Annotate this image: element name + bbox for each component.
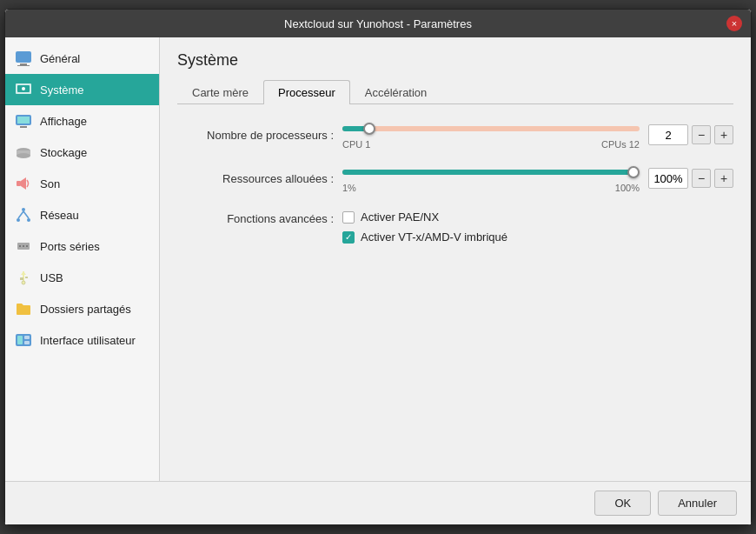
sidebar: Général Système Affichage Stockage — [5, 37, 160, 481]
nb-processeurs-slider-section: CPU 1 CPUs 12 — [342, 120, 640, 150]
ports-icon — [14, 237, 33, 256]
slider-min-label-res: 1% — [342, 183, 356, 193]
sidebar-item-reseau[interactable]: Réseau — [5, 199, 159, 230]
tab-carte-mere[interactable]: Carte mère — [177, 80, 263, 104]
interface-icon — [14, 330, 33, 350]
fonctions-avancees-row: Fonctions avancées : Activer PAE/NX Acti… — [177, 210, 733, 244]
slider-thumb-nb[interactable] — [363, 123, 375, 135]
svg-rect-8 — [20, 126, 27, 128]
svg-marker-13 — [21, 177, 26, 190]
nb-processeurs-increment[interactable]: + — [714, 125, 733, 144]
dossiers-icon — [14, 299, 33, 318]
close-button[interactable]: × — [726, 16, 742, 31]
stockage-icon — [14, 143, 33, 162]
svg-point-11 — [17, 153, 30, 158]
system-icon — [14, 80, 33, 99]
nb-processeurs-slider[interactable] — [342, 120, 640, 137]
sidebar-label-dossiers: Dossiers partagés — [40, 303, 131, 316]
footer: OK Annuler — [5, 481, 751, 524]
svg-point-22 — [26, 245, 28, 247]
sidebar-label-reseau: Réseau — [40, 209, 79, 222]
slider-bg-nb — [342, 126, 640, 131]
sidebar-label-system: Système — [40, 83, 84, 97]
sidebar-item-system[interactable]: Système — [5, 74, 159, 105]
nb-processeurs-row: Nombre de processeurs : CPU 1 CPUs 12 2 … — [177, 120, 733, 150]
reseau-icon — [14, 205, 33, 224]
ok-button[interactable]: OK — [594, 491, 651, 516]
ressources-label: Ressources allouées : — [177, 172, 342, 185]
nb-processeurs-slider-labels: CPU 1 CPUs 12 — [342, 139, 640, 150]
fonctions-avancees-checkboxes: Activer PAE/NX Activer VT-x/AMD-V imbriq… — [342, 210, 507, 244]
sidebar-label-affichage: Affichage — [40, 115, 87, 128]
sidebar-label-general: Général — [40, 52, 80, 65]
son-icon — [14, 174, 33, 193]
slider-min-label-nb: CPU 1 — [342, 139, 370, 150]
svg-rect-1 — [20, 63, 27, 65]
sidebar-item-general[interactable]: Général — [5, 43, 159, 74]
svg-rect-0 — [16, 51, 31, 63]
svg-rect-25 — [20, 277, 23, 280]
svg-rect-7 — [17, 117, 30, 123]
sidebar-item-affichage[interactable]: Affichage — [5, 105, 159, 137]
tabs-bar: Carte mère Processeur Accélération — [177, 80, 733, 104]
sidebar-item-son[interactable]: Son — [5, 168, 159, 199]
sidebar-item-stockage[interactable]: Stockage — [5, 137, 159, 168]
svg-rect-26 — [25, 277, 28, 278]
nb-processeurs-decrement[interactable]: − — [692, 125, 711, 144]
svg-rect-2 — [17, 65, 30, 66]
ressources-increment[interactable]: + — [714, 169, 733, 188]
slider-thumb-res[interactable] — [627, 166, 640, 178]
close-icon: × — [732, 18, 737, 29]
svg-point-21 — [23, 245, 24, 247]
tab-processeur[interactable]: Processeur — [263, 80, 350, 104]
ressources-value-control: 100% − + — [648, 168, 733, 189]
fonctions-avancees-label: Fonctions avancées : — [177, 210, 342, 225]
svg-line-18 — [23, 211, 29, 218]
ressources-slider-labels: 1% 100% — [342, 183, 640, 193]
checkbox-pae-row: Activer PAE/NX — [342, 210, 507, 224]
nb-processeurs-value[interactable]: 2 — [648, 124, 688, 145]
svg-point-14 — [22, 208, 25, 211]
sidebar-label-interface: Interface utilisateur — [40, 334, 136, 347]
title-bar: Nextcloud sur Yunohost - Paramètres × — [5, 10, 751, 37]
ressources-value[interactable]: 100% — [648, 168, 688, 189]
svg-rect-31 — [24, 341, 30, 344]
affichage-icon — [14, 111, 33, 130]
sidebar-item-ports[interactable]: Ports séries — [5, 230, 159, 262]
checkbox-pae[interactable] — [342, 211, 355, 224]
ressources-row: Ressources allouées : 1% 100% 100% − — [177, 164, 733, 193]
svg-marker-24 — [21, 271, 26, 275]
tab-acceleration[interactable]: Accélération — [350, 80, 442, 104]
svg-point-27 — [22, 281, 25, 284]
slider-max-label-nb: CPUs 12 — [601, 139, 640, 150]
main-panel: Système Carte mère Processeur Accélérati… — [160, 37, 751, 481]
slider-fill-res — [342, 170, 633, 175]
ressources-slider[interactable] — [342, 164, 640, 181]
sidebar-label-stockage: Stockage — [40, 146, 87, 159]
slider-max-label-res: 100% — [615, 183, 640, 193]
sidebar-label-usb: USB — [40, 271, 63, 284]
checkbox-vtx-row: Activer VT-x/AMD-V imbriqué — [342, 230, 507, 244]
content-area: Général Système Affichage Stockage — [5, 37, 751, 481]
checkbox-pae-label: Activer PAE/NX — [361, 210, 439, 224]
svg-rect-12 — [17, 181, 21, 186]
cancel-button[interactable]: Annuler — [658, 491, 737, 516]
main-window: Nextcloud sur Yunohost - Paramètres × Gé… — [4, 9, 752, 525]
ressources-decrement[interactable]: − — [692, 169, 711, 188]
ressources-slider-section: 1% 100% — [342, 164, 640, 193]
usb-icon — [14, 268, 33, 287]
sidebar-item-usb[interactable]: USB — [5, 262, 159, 293]
panel-title: Système — [177, 51, 733, 70]
sidebar-item-interface[interactable]: Interface utilisateur — [5, 324, 159, 356]
general-icon — [14, 49, 33, 68]
svg-line-17 — [18, 211, 23, 218]
sidebar-item-dossiers[interactable]: Dossiers partagés — [5, 293, 159, 324]
sidebar-label-ports: Ports séries — [40, 240, 100, 253]
nb-processeurs-label: Nombre de processeurs : — [177, 129, 342, 142]
svg-point-5 — [22, 87, 25, 90]
checkbox-vtx[interactable] — [342, 231, 355, 244]
nb-processeurs-value-control: 2 − + — [648, 124, 733, 145]
checkbox-vtx-label: Activer VT-x/AMD-V imbriqué — [361, 230, 507, 244]
svg-point-20 — [19, 245, 21, 247]
svg-point-16 — [27, 218, 30, 222]
